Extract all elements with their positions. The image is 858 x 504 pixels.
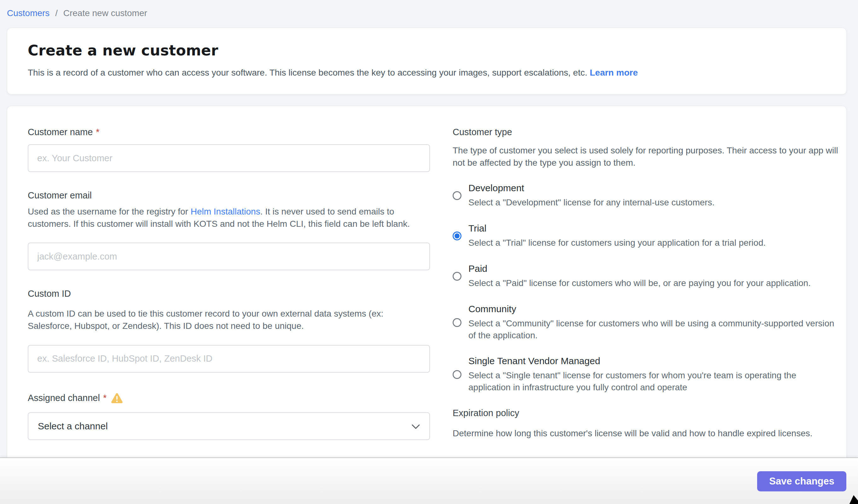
custom-id-help: A custom ID can be used to tie this cust… bbox=[28, 308, 430, 332]
breadcrumb-customers-link[interactable]: Customers bbox=[7, 8, 49, 18]
expiration-policy-description: Determine how long this customer's licen… bbox=[452, 427, 840, 439]
save-changes-button[interactable]: Save changes bbox=[757, 471, 846, 491]
option-title: Trial bbox=[468, 223, 766, 234]
required-asterisk: * bbox=[96, 127, 99, 137]
custom-id-label-text: Custom ID bbox=[28, 289, 71, 299]
customer-type-option[interactable]: Paid Select a "Paid" license for custome… bbox=[452, 263, 840, 289]
assigned-channel-select[interactable]: Select a channel bbox=[28, 412, 430, 440]
form-right-column: Customer type The type of customer you s… bbox=[452, 127, 840, 439]
expiration-policy-heading: Expiration policy bbox=[452, 408, 840, 418]
assigned-channel-label: Assigned channel * bbox=[28, 393, 430, 404]
breadcrumb: Customers / Create new customer bbox=[0, 0, 858, 18]
option-description: Select a "Paid" license for customers wh… bbox=[468, 277, 811, 289]
learn-more-link[interactable]: Learn more bbox=[590, 68, 638, 78]
form-footer: Save changes bbox=[0, 457, 858, 504]
breadcrumb-current: Create new customer bbox=[63, 8, 147, 18]
customer-email-field-group: Customer email Used as the username for … bbox=[28, 190, 430, 270]
option-title: Single Tenant Vendor Managed bbox=[468, 356, 840, 367]
customer-type-option[interactable]: Development Select a "Development" licen… bbox=[452, 183, 840, 209]
helm-installations-link[interactable]: Helm Installations bbox=[191, 207, 260, 216]
customer-email-input[interactable] bbox=[28, 243, 430, 270]
radio-button[interactable] bbox=[452, 272, 461, 281]
assigned-channel-field-group: Assigned channel * Select a channel bbox=[28, 393, 430, 440]
option-title: Paid bbox=[468, 263, 811, 274]
customer-email-label-text: Customer email bbox=[28, 190, 92, 201]
option-text: Single Tenant Vendor Managed Select a "S… bbox=[468, 356, 840, 393]
radio-button[interactable] bbox=[452, 318, 461, 327]
expiration-policy-section: Expiration policy Determine how long thi… bbox=[452, 408, 840, 439]
form-left-column: Customer name * Customer email Used as t… bbox=[28, 127, 430, 440]
create-customer-form-card: Customer name * Customer email Used as t… bbox=[7, 106, 847, 490]
option-text: Development Select a "Development" licen… bbox=[468, 183, 715, 209]
option-description: Select a "Development" license for any i… bbox=[468, 197, 715, 209]
warning-icon bbox=[111, 393, 123, 404]
chevron-down-icon bbox=[412, 421, 420, 432]
option-text: Community Select a "Community" license f… bbox=[468, 304, 840, 341]
assigned-channel-label-text: Assigned channel bbox=[28, 393, 100, 403]
option-description: Select a "Trial" license for customers u… bbox=[468, 237, 766, 249]
customer-type-option[interactable]: Trial Select a "Trial" license for custo… bbox=[452, 223, 840, 249]
radio-button[interactable] bbox=[452, 231, 461, 240]
option-text: Trial Select a "Trial" license for custo… bbox=[468, 223, 766, 249]
customer-type-option[interactable]: Single Tenant Vendor Managed Select a "S… bbox=[452, 356, 840, 393]
customer-email-label: Customer email bbox=[28, 190, 430, 201]
assigned-channel-value: Select a channel bbox=[38, 421, 108, 432]
custom-id-label: Custom ID bbox=[28, 289, 430, 299]
customer-name-input[interactable] bbox=[28, 144, 430, 172]
radio-button[interactable] bbox=[452, 191, 461, 200]
custom-id-field-group: Custom ID A custom ID can be used to tie… bbox=[28, 289, 430, 372]
option-title: Community bbox=[468, 304, 840, 314]
page-description: This is a record of a customer who can a… bbox=[28, 68, 827, 78]
page-description-text: This is a record of a customer who can a… bbox=[28, 68, 587, 78]
option-title: Development bbox=[468, 183, 715, 193]
customer-type-heading: Customer type bbox=[452, 127, 840, 137]
option-description: Select a "Community" license for custome… bbox=[468, 318, 840, 341]
custom-id-input[interactable] bbox=[28, 345, 430, 373]
customer-type-description: The type of customer you select is used … bbox=[452, 144, 840, 169]
radio-button[interactable] bbox=[452, 370, 461, 379]
page-header-card: Create a new customer This is a record o… bbox=[7, 28, 847, 95]
customer-name-label: Customer name * bbox=[28, 127, 430, 137]
option-text: Paid Select a "Paid" license for custome… bbox=[468, 263, 811, 289]
required-asterisk: * bbox=[103, 393, 107, 403]
customer-type-options: Development Select a "Development" licen… bbox=[452, 183, 840, 393]
breadcrumb-separator: / bbox=[55, 8, 58, 18]
customer-type-option[interactable]: Community Select a "Community" license f… bbox=[452, 304, 840, 341]
customer-name-field-group: Customer name * bbox=[28, 127, 430, 172]
email-help-before: Used as the username for the registry fo… bbox=[28, 207, 191, 216]
page-title: Create a new customer bbox=[28, 42, 827, 59]
option-description: Select a "Single tenant" license for cus… bbox=[468, 370, 840, 393]
customer-name-label-text: Customer name bbox=[28, 127, 93, 137]
customer-email-help: Used as the username for the registry fo… bbox=[28, 206, 430, 230]
